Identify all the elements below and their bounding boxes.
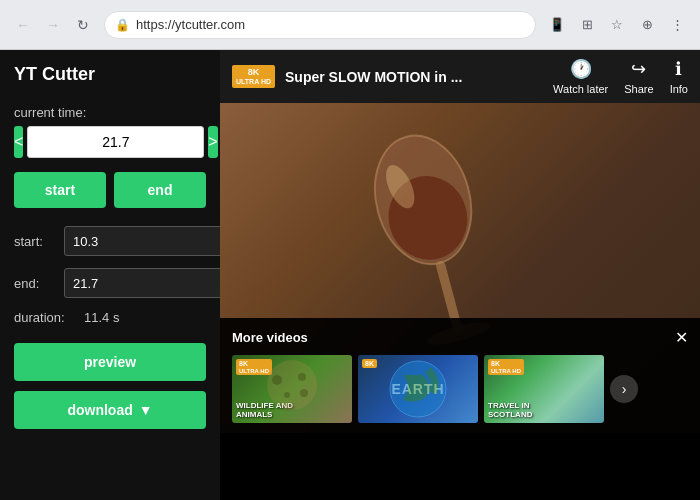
thumbnail-animals[interactable]: 8KULTRA HD WILDLIFE ANDANIMALS [232,355,352,423]
svg-point-9 [300,389,308,397]
info-label: Info [670,83,688,95]
sidebar: YT Cutter current time: < > start end st… [0,50,220,500]
end-row: end: [14,268,206,298]
browser-nav: ← → ↻ [10,12,96,38]
scroll-right-button[interactable]: › [610,375,638,403]
end-button[interactable]: end [114,172,206,208]
app-title: YT Cutter [14,64,206,85]
info-icon: ℹ [675,58,682,80]
watch-later-label: Watch later [553,83,608,95]
share-label: Share [624,83,653,95]
download-label: download [67,402,132,418]
svg-point-5 [267,360,317,410]
scotland-label: TRAVEL INSCOTLAND [488,401,600,419]
badge-ultra-text: ULTRA HD [236,78,271,86]
share-icon: ↪ [631,58,646,80]
duration-value: 11.4 s [84,310,119,325]
action-row: start end [14,172,206,208]
app-container: YT Cutter current time: < > start end st… [0,50,700,500]
time-control: < > [14,126,206,158]
video-thumbnails: 8KULTRA HD WILDLIFE ANDANIMALS [232,355,688,423]
video-actions: 🕐 Watch later ↪ Share ℹ Info [553,58,688,95]
tab-search-button[interactable]: ⊞ [574,12,600,38]
refresh-button[interactable]: ↻ [70,12,96,38]
badge-8k-text: 8K [248,67,260,77]
browser-tools: 📱 ⊞ ☆ ⊕ ⋮ [544,12,690,38]
download-button[interactable]: download ▼ [14,391,206,429]
back-button[interactable]: ← [10,12,36,38]
thumbnail-scotland[interactable]: 8KULTRA HD TRAVEL INSCOTLAND [484,355,604,423]
thumbnail-earth[interactable]: 8K EARTH [358,355,478,423]
cast-button[interactable]: 📱 [544,12,570,38]
watch-later-action[interactable]: 🕐 Watch later [553,58,608,95]
scotland-badge: 8KULTRA HD [488,359,524,375]
watch-later-icon: 🕐 [570,58,592,80]
forward-button[interactable]: → [40,12,66,38]
browser-chrome: ← → ↻ 🔒 https://ytcutter.com 📱 ⊞ ☆ ⊕ ⋮ [0,0,700,50]
current-time-label: current time: [14,105,206,120]
decrement-time-button[interactable]: < [14,126,23,158]
close-more-videos-button[interactable]: ✕ [675,328,688,347]
video-area: 8K ULTRA HD Super SLOW MOTION in ... 🕐 W… [220,50,700,500]
download-arrow-icon: ▼ [139,402,153,418]
more-videos-header: More videos ✕ [232,328,688,347]
address-bar[interactable]: 🔒 https://ytcutter.com [104,11,536,39]
svg-point-8 [284,392,290,398]
video-title: Super SLOW MOTION in ... [285,69,543,85]
start-label: start: [14,234,64,249]
duration-label: duration: [14,310,84,325]
video-content: More videos ✕ 8KULTRA HD WILDLIFE ANDANI… [220,103,700,433]
url-text: https://ytcutter.com [136,17,245,32]
share-action[interactable]: ↪ Share [624,58,653,95]
info-action[interactable]: ℹ Info [670,58,688,95]
video-badge: 8K ULTRA HD [232,65,275,88]
start-row: start: [14,226,206,256]
preview-button[interactable]: preview [14,343,206,381]
current-time-input[interactable] [27,126,204,158]
more-videos-overlay: More videos ✕ 8KULTRA HD WILDLIFE ANDANI… [220,318,700,433]
duration-row: duration: 11.4 s [14,310,206,325]
svg-point-7 [298,373,306,381]
bookmark-button[interactable]: ☆ [604,12,630,38]
lock-icon: 🔒 [115,18,130,32]
start-button[interactable]: start [14,172,106,208]
more-videos-title: More videos [232,330,308,345]
svg-point-6 [272,375,282,385]
increment-time-button[interactable]: > [208,126,217,158]
menu-button[interactable]: ⋮ [664,12,690,38]
end-label: end: [14,276,64,291]
video-header: 8K ULTRA HD Super SLOW MOTION in ... 🕐 W… [220,50,700,103]
extension-button[interactable]: ⊕ [634,12,660,38]
